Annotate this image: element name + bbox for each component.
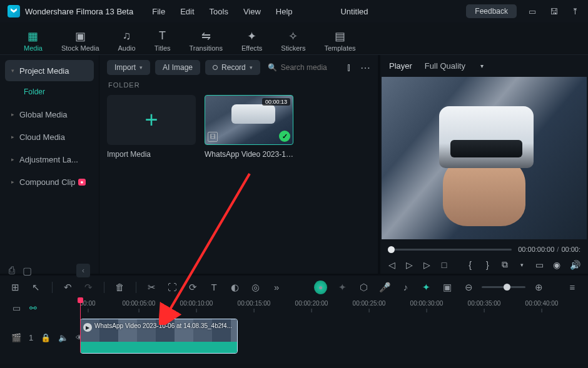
step-forward-icon[interactable]: ▷ xyxy=(405,260,414,270)
chevron-down-icon: ▾ xyxy=(139,64,143,71)
mark-out-icon[interactable]: } xyxy=(484,260,492,270)
zoom-out-icon[interactable]: ⊖ xyxy=(463,282,474,293)
folder-add-icon[interactable]: ⎙ xyxy=(9,265,15,276)
sidebar-item-project-media[interactable]: ▾Project Media xyxy=(5,60,94,81)
video-thumbnail[interactable]: 00:00:13 🎞 ✓ xyxy=(205,95,293,145)
shield-icon[interactable]: ⬡ xyxy=(358,282,369,293)
more-tools-icon[interactable]: » xyxy=(271,282,282,292)
grid-icon[interactable]: ⊞ xyxy=(10,282,21,293)
ruler-tick: 00:00:20:00 xyxy=(295,300,328,307)
media-icon: ▦ xyxy=(28,29,38,43)
transitions-icon: ⇋ xyxy=(201,29,211,43)
more-icon[interactable]: ⋯ xyxy=(360,62,370,74)
ai-image-button[interactable]: AI Image xyxy=(155,60,200,75)
zoom-slider[interactable] xyxy=(482,286,525,288)
play-icon[interactable]: ▷ xyxy=(422,260,431,270)
export-cloud-icon[interactable]: ⤒ xyxy=(569,6,580,17)
feedback-button[interactable]: Feedback xyxy=(466,4,517,18)
scrubber[interactable] xyxy=(388,249,512,251)
scrubber-handle[interactable] xyxy=(388,246,395,253)
search-input[interactable] xyxy=(281,63,337,72)
ruler-tick: 00:00:30:00 xyxy=(410,300,444,307)
link-icon[interactable]: ⚯ xyxy=(29,303,37,313)
zoom-knob[interactable] xyxy=(504,284,510,291)
volume-icon[interactable]: 🔊 xyxy=(570,260,580,270)
import-media-card[interactable]: + xyxy=(107,95,196,145)
tab-audio[interactable]: ♫Audio xyxy=(112,27,142,54)
timeline-ruler[interactable]: 00:00 00:00:05:00 00:00:10:00 00:00:15:0… xyxy=(80,299,588,317)
save-icon[interactable]: 🖫 xyxy=(548,6,559,17)
filter-icon[interactable]: ⫿ xyxy=(347,62,352,74)
ai-robot-icon[interactable]: ● xyxy=(314,281,327,294)
menu-tools[interactable]: Tools xyxy=(210,7,228,16)
tab-titles[interactable]: TTitles xyxy=(148,27,177,54)
import-button[interactable]: Import▾ xyxy=(107,60,150,75)
cursor-icon[interactable]: ↖ xyxy=(31,282,41,293)
player-label: Player xyxy=(389,61,412,71)
cut-icon[interactable]: ✂ xyxy=(146,282,157,293)
tab-stickers[interactable]: ✧Stickers xyxy=(275,27,312,54)
mute-icon[interactable]: 🔈 xyxy=(58,333,68,342)
stop-icon[interactable]: □ xyxy=(440,260,449,270)
chevron-right-icon: ▸ xyxy=(11,156,14,162)
title-bar: Wondershare Filmora 13 Beta File Edit To… xyxy=(0,0,588,22)
current-time: 00:00:00:00 xyxy=(518,246,554,253)
track-layers-icon[interactable]: ▭ xyxy=(13,303,21,313)
text-icon[interactable]: T xyxy=(209,282,220,292)
tab-media[interactable]: ▦Media xyxy=(18,27,49,54)
chevron-right-icon: ▸ xyxy=(11,111,14,117)
zoom-in-icon[interactable]: ⊕ xyxy=(533,282,544,293)
delete-icon[interactable]: 🗑 xyxy=(114,282,125,292)
folder-icon[interactable]: ▢ xyxy=(23,265,32,277)
speed-icon[interactable]: ⟳ xyxy=(188,282,198,293)
undo-icon[interactable]: ↶ xyxy=(63,282,73,293)
menu-edit[interactable]: Edit xyxy=(180,7,194,16)
clip-play-icon: ▶ xyxy=(83,323,92,332)
top-tab-bar: ▦Media ▣Stock Media ♫Audio TTitles ⇋Tran… xyxy=(0,22,588,55)
display-icon[interactable]: ▭ xyxy=(535,260,544,270)
chevron-down-icon: ▾ xyxy=(250,64,253,71)
sidebar-subitem-folder[interactable]: Folder xyxy=(5,82,94,104)
sidebar-item-adjustment-layer[interactable]: ▸Adjustment La... xyxy=(5,149,94,170)
tab-transitions[interactable]: ⇋Transitions xyxy=(183,27,229,54)
video-duration: 00:00:13 xyxy=(262,98,290,106)
redo-icon[interactable]: ↷ xyxy=(83,282,94,293)
timeline-clip[interactable]: ▶ WhatsApp Video 2023-10-06 at 14.08.35_… xyxy=(80,319,238,354)
lock-icon[interactable]: 🔒 xyxy=(41,333,51,342)
track-area[interactable]: ▶ WhatsApp Video 2023-10-06 at 14.08.35_… xyxy=(80,319,588,356)
keyframe-icon[interactable]: ▣ xyxy=(442,282,453,293)
sidebar-item-global-media[interactable]: ▸Global Media xyxy=(5,104,94,125)
view-list-icon[interactable]: ≡ xyxy=(567,282,578,292)
clip-label: WhatsApp Video 2023-10-06 at 14.08.35_4b… xyxy=(94,322,232,329)
sidebar-collapse-icon[interactable]: ‹ xyxy=(76,264,90,277)
video-track-icon[interactable]: 🎬 xyxy=(11,333,21,342)
playhead[interactable] xyxy=(80,299,81,352)
document-title: Untitled xyxy=(243,7,467,16)
tab-templates[interactable]: ▤Templates xyxy=(318,27,362,54)
layout-icon[interactable]: ▭ xyxy=(527,6,538,17)
marker-icon[interactable]: ✦ xyxy=(421,282,432,293)
quality-select[interactable]: Full Quality▾ xyxy=(425,61,484,71)
total-time: 00:00: xyxy=(561,246,580,253)
crop-icon[interactable]: ⛶ xyxy=(167,282,178,292)
video-preview[interactable] xyxy=(382,77,587,239)
plus-icon: + xyxy=(144,107,158,133)
sparkle-icon[interactable]: ✦ xyxy=(337,282,348,293)
sidebar-item-compound-clip[interactable]: ▸Compound Clip● xyxy=(5,171,94,192)
tab-effects[interactable]: ✦Effects xyxy=(235,27,268,54)
chevron-down-icon: ▾ xyxy=(11,67,14,74)
mic-icon[interactable]: 🎤 xyxy=(379,282,390,293)
chevron-down-icon[interactable]: ▾ xyxy=(518,262,527,268)
music-icon[interactable]: ♪ xyxy=(400,282,411,292)
menu-file[interactable]: File xyxy=(152,7,165,16)
mark-in-icon[interactable]: { xyxy=(466,260,475,270)
record-button[interactable]: Record▾ xyxy=(205,60,260,75)
prev-frame-icon[interactable]: ◁ xyxy=(388,260,397,270)
color-icon[interactable]: ◐ xyxy=(230,282,240,293)
tab-stock-media[interactable]: ▣Stock Media xyxy=(55,27,106,54)
snapshot-icon[interactable]: ◉ xyxy=(552,260,561,270)
sidebar-item-cloud-media[interactable]: ▸Cloud Media xyxy=(5,126,94,147)
compare-icon[interactable]: ⧉ xyxy=(500,259,509,270)
video-name: WhatsApp Video 2023-10-05... xyxy=(205,150,293,159)
adjust-icon[interactable]: ◎ xyxy=(250,282,261,293)
